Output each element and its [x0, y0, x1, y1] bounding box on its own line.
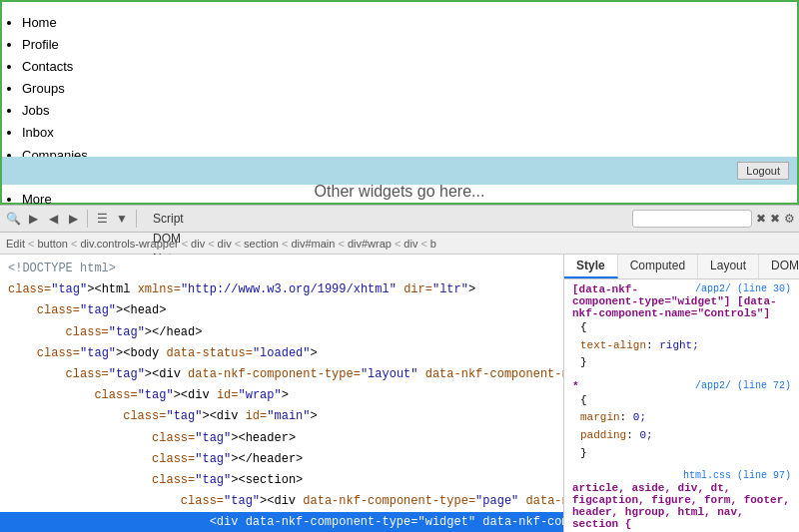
- html-line[interactable]: class="tag"><body data-status="loaded">: [0, 343, 563, 364]
- html-panel[interactable]: <!DOCTYPE html>class="tag"><html xmlns="…: [0, 255, 564, 532]
- html-line[interactable]: class="tag"><header>: [0, 428, 563, 449]
- breadcrumb-separator: <: [235, 238, 241, 250]
- html-line[interactable]: class="tag"><head>: [0, 300, 563, 321]
- html-line[interactable]: <div data-nkf-component-type="widget" da…: [0, 512, 563, 532]
- breadcrumb-item[interactable]: Edit: [6, 238, 25, 250]
- nav-item[interactable]: Contacts: [22, 56, 777, 78]
- html-line[interactable]: class="tag"><div data-nkf-component-type…: [0, 491, 563, 512]
- logout-button[interactable]: Logout: [737, 162, 789, 180]
- style-selector: article, aside, div, dt, figcaption, fig…: [572, 482, 791, 530]
- breadcrumb-item[interactable]: section: [244, 238, 279, 250]
- other-widgets-text: Other widgets go here...: [2, 183, 797, 203]
- breadcrumb-separator: <: [395, 238, 400, 250]
- tab-dom[interactable]: DOM: [759, 255, 799, 278]
- breadcrumb-item[interactable]: button: [37, 238, 68, 250]
- breadcrumb-item[interactable]: b: [430, 238, 436, 250]
- preview-area: HomeProfileContactsGroupsJobsInboxCompan…: [0, 0, 799, 205]
- html-line[interactable]: class="tag"><div id="wrap">: [0, 385, 563, 406]
- devtools-main: <!DOCTYPE html>class="tag"><html xmlns="…: [0, 255, 799, 532]
- breadcrumb-separator: <: [71, 238, 77, 250]
- breadcrumb-separator: <: [208, 238, 214, 250]
- breadcrumb-separator: <: [338, 238, 344, 250]
- styles-content: /app2/ (line 30)[data-nkf-component-type…: [564, 279, 799, 532]
- style-rule: html.css (line 97)article, aside, div, d…: [572, 470, 791, 532]
- tab-computed[interactable]: Computed: [618, 255, 698, 278]
- html-line[interactable]: class="tag"><div id="main">: [0, 406, 563, 427]
- breadcrumb-separator: <: [282, 238, 288, 250]
- breadcrumb-item[interactable]: div: [218, 238, 232, 250]
- breadcrumb-separator: <: [420, 238, 426, 250]
- html-line[interactable]: class="tag"><section>: [0, 470, 563, 491]
- breadcrumb-item[interactable]: div: [403, 238, 417, 250]
- nav-item[interactable]: Groups: [22, 78, 777, 100]
- widget-bar: Logout: [2, 157, 797, 185]
- breadcrumb-separator: <: [28, 238, 34, 250]
- html-line[interactable]: class="tag"></header>: [0, 449, 563, 470]
- styles-panel: Style Computed Layout DOM /app2/ (line 3…: [564, 255, 799, 532]
- html-line[interactable]: class="tag"></head>: [0, 322, 563, 343]
- nav-item[interactable]: Jobs: [22, 100, 777, 122]
- breadcrumb-item[interactable]: div#main: [291, 238, 335, 250]
- nav-item[interactable]: Profile: [22, 34, 777, 56]
- nav-item[interactable]: Inbox: [22, 122, 777, 144]
- html-line[interactable]: <!DOCTYPE html>: [0, 259, 563, 279]
- html-line[interactable]: class="tag"><html xmlns="http://www.w3.o…: [0, 279, 563, 300]
- nav-item[interactable]: Home: [22, 12, 777, 34]
- breadcrumb-bar: Edit < button < div.controls-wrapper < d…: [0, 233, 799, 255]
- styles-tabs: Style Computed Layout DOM: [564, 255, 799, 279]
- tab-style[interactable]: Style: [564, 255, 618, 278]
- html-line[interactable]: class="tag"><div data-nkf-component-type…: [0, 364, 563, 385]
- breadcrumb-item[interactable]: div#wrap: [348, 238, 392, 250]
- breadcrumb-item[interactable]: div.controls-wrapper: [80, 238, 178, 250]
- style-rule: /app2/ (line 30)[data-nkf-component-type…: [572, 283, 791, 372]
- style-rule: /app2/ (line 72)*{margin: 0;padding: 0;}: [572, 380, 791, 462]
- breadcrumb-separator: <: [182, 238, 188, 250]
- breadcrumb-item[interactable]: div: [191, 238, 205, 250]
- tab-layout[interactable]: Layout: [698, 255, 759, 278]
